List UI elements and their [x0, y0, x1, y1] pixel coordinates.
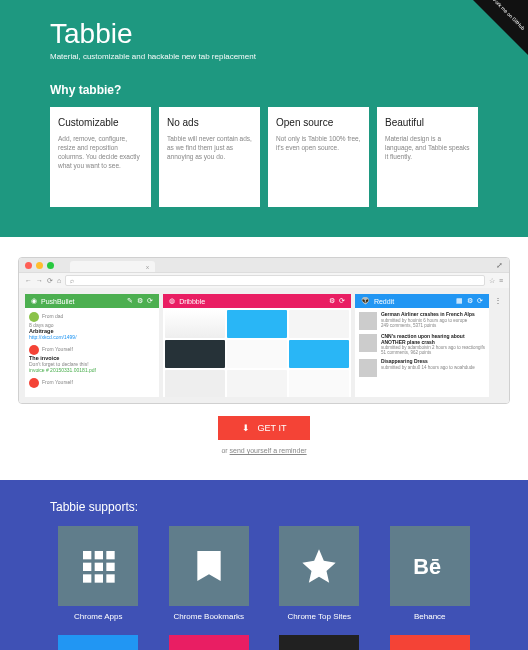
- supports-section: Tabbie supports: Chrome AppsChrome Bookm…: [0, 480, 528, 650]
- support-item[interactable]: Chrome Bookmarks: [161, 526, 258, 621]
- support-item[interactable]: [382, 635, 479, 650]
- list-item: From Yourself: [29, 378, 155, 388]
- svg-rect-0: [83, 551, 91, 559]
- expand-icon: ⤢: [496, 261, 503, 270]
- window-max-icon: [47, 262, 54, 269]
- thumbnail: [227, 370, 287, 397]
- browser-frame: x ⤢ ← → ⟳ ⌂ ⌕ ☆ ≡ ◉PushBullet✎⚙⟳ From da…: [18, 257, 510, 404]
- refresh-icon: ⟳: [339, 297, 345, 305]
- reminder-text: or send yourself a reminder: [18, 447, 510, 454]
- window-close-icon: [25, 262, 32, 269]
- gear-icon: ⚙: [329, 297, 335, 305]
- supports-heading: Tabbie supports:: [50, 500, 478, 514]
- svg-rect-1: [95, 551, 103, 559]
- list-item: From YourselfThe invoiceDon't forget to …: [29, 345, 155, 373]
- support-label: Behance: [382, 612, 479, 621]
- window-min-icon: [36, 262, 43, 269]
- get-it-button[interactable]: ⬇GET IT: [218, 416, 311, 440]
- card-noads: No adsTabbie will never contain ads, as …: [159, 107, 260, 207]
- svg-text:Bē: Bē: [413, 554, 441, 579]
- svg-rect-4: [95, 563, 103, 571]
- list-item: From dad8 days agoArbitragehttp://xkcd.c…: [29, 312, 155, 340]
- card-beautiful: BeautifulMaterial design is a language, …: [377, 107, 478, 207]
- view-icon: ▦: [456, 297, 463, 305]
- svg-rect-5: [107, 563, 115, 571]
- support-label: Chrome Top Sites: [271, 612, 368, 621]
- column-reddit: 👽Reddit▦⚙⟳ German Airliner crashes in Fr…: [355, 294, 489, 397]
- reminder-link[interactable]: send yourself a reminder: [230, 447, 307, 454]
- gear-icon: ⚙: [467, 297, 473, 305]
- column-dribbble: ◍Dribbble⚙⟳: [163, 294, 351, 397]
- tagline: Material, customizable and hackable new …: [50, 52, 478, 61]
- titlebar: x ⤢: [19, 258, 509, 272]
- thumbnail: [289, 340, 349, 368]
- dribbble-icon: [169, 635, 249, 650]
- behance-icon: Bē: [390, 526, 470, 606]
- card-customizable: CustomizableAdd, remove, configure, resi…: [50, 107, 151, 207]
- star-icon: [279, 526, 359, 606]
- support-item[interactable]: Chrome Apps: [50, 526, 147, 621]
- why-heading: Why tabbie?: [50, 83, 478, 97]
- svg-rect-8: [107, 574, 115, 582]
- apps-icon: [58, 526, 138, 606]
- gmail-icon: [390, 635, 470, 650]
- support-label: Chrome Bookmarks: [161, 612, 258, 621]
- bookmark-icon: [169, 526, 249, 606]
- more-icon: ⋮: [493, 294, 503, 397]
- refresh-icon: ⟳: [477, 297, 483, 305]
- thumbnail: [289, 310, 349, 338]
- list-item: CNN's reaction upon hearing about ANOTHE…: [359, 334, 485, 355]
- gear-icon: ⚙: [137, 297, 143, 305]
- brand-title: Tabbie: [50, 18, 478, 50]
- support-item[interactable]: [50, 635, 147, 650]
- column-pushbullet: ◉PushBullet✎⚙⟳ From dad8 days agoArbitra…: [25, 294, 159, 397]
- star-icon: ☆: [489, 277, 495, 285]
- browser-toolbar: ← → ⟳ ⌂ ⌕ ☆ ≡: [19, 272, 509, 288]
- svg-rect-6: [83, 574, 91, 582]
- svg-rect-2: [107, 551, 115, 559]
- search-icon: ⌕: [70, 277, 74, 284]
- list-item: German Airliner crashes in French Alpssu…: [359, 312, 485, 330]
- support-item[interactable]: [161, 635, 258, 650]
- screenshot-section: x ⤢ ← → ⟳ ⌂ ⌕ ☆ ≡ ◉PushBullet✎⚙⟳ From da…: [0, 237, 528, 480]
- github-icon: [279, 635, 359, 650]
- url-bar: ⌕: [65, 275, 485, 286]
- thumbnail: [289, 370, 349, 397]
- browser-tab: x: [70, 261, 155, 272]
- github-ribbon[interactable]: Fork me on GitHub: [473, 0, 528, 55]
- support-item[interactable]: Chrome Top Sites: [271, 526, 368, 621]
- thumbnail: [227, 340, 287, 368]
- thumbnail: [165, 370, 225, 397]
- svg-rect-3: [83, 563, 91, 571]
- card-opensource: Open sourceNot only is Tabbie 100% free,…: [268, 107, 369, 207]
- pushbullet-icon: ◉: [31, 297, 37, 305]
- back-icon: ←: [25, 277, 32, 284]
- menu-icon: ≡: [499, 277, 503, 284]
- home-icon: ⌂: [57, 277, 61, 284]
- compose-icon: ✎: [127, 297, 133, 305]
- dribbble-icon: ◍: [169, 297, 175, 305]
- support-label: Chrome Apps: [50, 612, 147, 621]
- feature-cards: CustomizableAdd, remove, configure, resi…: [50, 107, 478, 207]
- list-item: Disappearing Dresssubmitted by anbu0 14 …: [359, 359, 485, 377]
- reddit-icon: 👽: [361, 297, 370, 305]
- thumbnail: [165, 310, 225, 338]
- support-item[interactable]: BēBehance: [382, 526, 479, 621]
- hero-section: Tabbie Material, customizable and hackab…: [0, 0, 528, 237]
- news-icon: [58, 635, 138, 650]
- forward-icon: →: [36, 277, 43, 284]
- newtab-content: ◉PushBullet✎⚙⟳ From dad8 days agoArbitra…: [19, 288, 509, 403]
- thumbnail: [165, 340, 225, 368]
- thumbnail: [227, 310, 287, 338]
- svg-rect-7: [95, 574, 103, 582]
- refresh-icon: ⟳: [147, 297, 153, 305]
- download-icon: ⬇: [242, 423, 250, 433]
- support-item[interactable]: [271, 635, 368, 650]
- reload-icon: ⟳: [47, 277, 53, 285]
